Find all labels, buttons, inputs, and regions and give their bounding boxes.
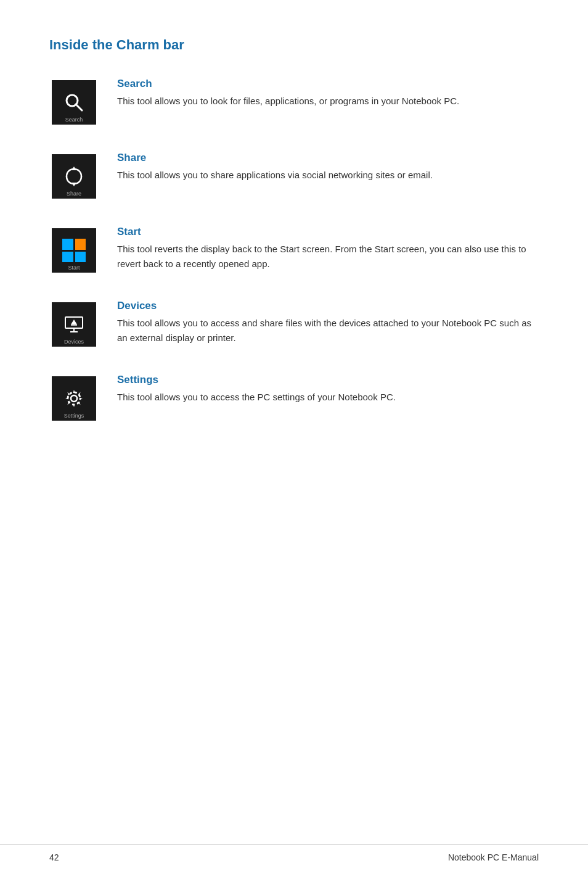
page-title: Inside the Charm bar [49, 37, 539, 53]
start-icon-wrapper: Start [49, 226, 99, 275]
share-desc: This tool allows you to share applicatio… [117, 168, 539, 183]
start-title: Start [117, 226, 539, 238]
devices-icon-wrapper: Devices [49, 300, 99, 349]
settings-icon-label: Settings [64, 413, 84, 419]
search-icon-box: Search [52, 80, 96, 125]
settings-icon-box: Settings [52, 376, 96, 421]
start-desc: This tool reverts the display back to th… [117, 242, 539, 271]
settings-icon [62, 386, 86, 411]
charm-item-start: Start Start This tool reverts the displa… [49, 226, 539, 275]
start-tile-1 [62, 239, 73, 250]
share-icon [62, 164, 86, 189]
share-title: Share [117, 152, 539, 164]
devices-content: Devices This tool allows you to access a… [117, 300, 539, 345]
charm-item-share: Share Share This tool allows you to shar… [49, 152, 539, 201]
share-icon-label: Share [67, 191, 81, 197]
search-icon-wrapper: Search [49, 78, 99, 127]
charm-item-search: Search Search This tool allows you to lo… [49, 78, 539, 127]
devices-icon [62, 312, 86, 337]
search-title: Search [117, 78, 539, 90]
share-content: Share This tool allows you to share appl… [117, 152, 539, 183]
devices-icon-label: Devices [64, 339, 84, 345]
start-content: Start This tool reverts the display back… [117, 226, 539, 271]
charm-item-devices: Devices Devices This tool allows you to … [49, 300, 539, 349]
svg-point-9 [71, 395, 77, 402]
devices-desc: This tool allows you to access and share… [117, 316, 539, 345]
settings-title: Settings [117, 374, 539, 386]
devices-icon-box: Devices [52, 302, 96, 347]
devices-title: Devices [117, 300, 539, 312]
footer-doc-title: Notebook PC E-Manual [448, 852, 539, 862]
search-content: Search This tool allows you to look for … [117, 78, 539, 109]
settings-content: Settings This tool allows you to access … [117, 374, 539, 405]
svg-line-1 [76, 104, 82, 110]
share-icon-wrapper: Share [49, 152, 99, 201]
start-tile-4 [75, 252, 86, 263]
page-footer: 42 Notebook PC E-Manual [0, 844, 588, 862]
start-icon-label: Start [68, 265, 80, 271]
charm-item-settings: Settings Settings This tool allows you t… [49, 374, 539, 423]
page-container: Inside the Charm bar Search Search This … [0, 0, 588, 497]
svg-marker-7 [71, 320, 77, 324]
search-desc: This tool allows you to look for files, … [117, 94, 539, 109]
search-icon [62, 90, 86, 115]
settings-icon-wrapper: Settings [49, 374, 99, 423]
search-icon-label: Search [65, 117, 83, 123]
start-tiles-icon [62, 239, 86, 262]
share-icon-box: Share [52, 154, 96, 199]
start-tile-3 [62, 252, 73, 263]
settings-desc: This tool allows you to access the PC se… [117, 390, 539, 405]
start-tile-2 [75, 239, 86, 250]
footer-page-number: 42 [49, 852, 59, 862]
start-icon-box: Start [52, 228, 96, 273]
